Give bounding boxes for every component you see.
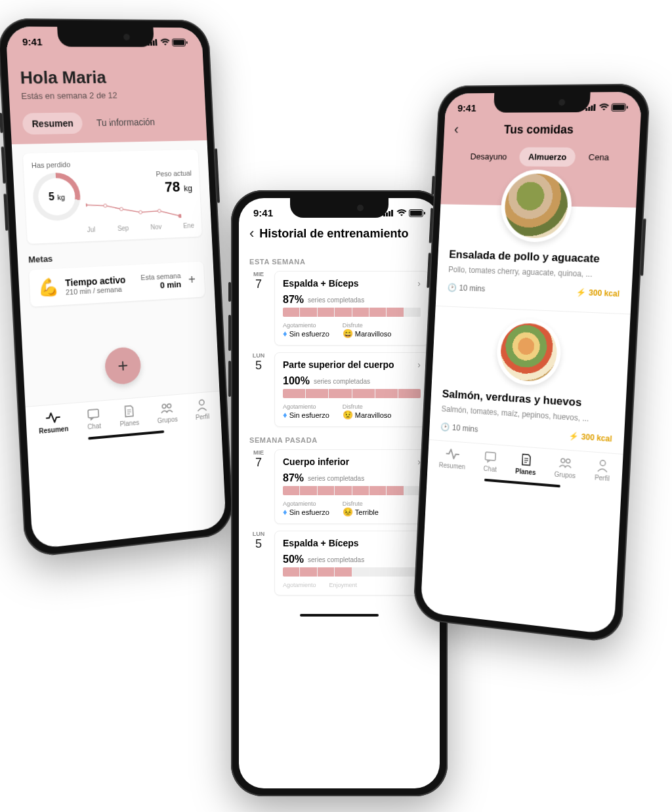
progress-bar — [283, 308, 421, 317]
nav-plans[interactable]: Planes — [515, 452, 537, 476]
svg-rect-5 — [173, 39, 184, 45]
greeting-subtitle: Estás en semana 2 de 12 — [21, 90, 194, 102]
svg-point-12 — [178, 214, 181, 218]
svg-point-8 — [104, 204, 107, 207]
fab-add-button[interactable]: + — [104, 346, 142, 386]
profile-icon — [195, 397, 209, 413]
flame-icon: ♦ — [283, 410, 287, 420]
bolt-icon: ⚡ — [569, 432, 579, 441]
tab-breakfast[interactable]: Desayuno — [461, 147, 516, 166]
groups-icon — [558, 455, 573, 471]
progress-bar — [283, 486, 421, 495]
add-goal-icon[interactable]: + — [187, 272, 198, 287]
nav-chat[interactable]: Chat — [86, 407, 101, 431]
workout-card[interactable]: Cuerpo inferior› 87%series completadas A… — [274, 449, 429, 524]
workout-row: MIE7 Cuerpo inferior› 87%series completa… — [249, 449, 429, 524]
nav-chat[interactable]: Chat — [483, 449, 498, 473]
activity-icon — [45, 410, 60, 426]
phone-meals: 9:41 ‹ Tus comidas Desayuno Almuerzo Cen… — [413, 83, 650, 643]
weight-sparkline — [86, 199, 182, 222]
svg-point-10 — [139, 211, 142, 214]
svg-point-40 — [600, 460, 605, 466]
workout-card[interactable]: Parte superior del cuerpo› 100%series co… — [274, 352, 429, 427]
activity-icon — [446, 447, 460, 462]
meal-card[interactable]: Ensalada de pollo y aguacate Pollo, toma… — [447, 248, 621, 304]
svg-rect-27 — [585, 108, 587, 111]
svg-point-18 — [167, 404, 171, 408]
bolt-icon: ⚡ — [576, 288, 587, 298]
emoji-icon: 😄 — [343, 329, 353, 338]
progress-bar — [283, 389, 421, 398]
clock-icon: 🕑 — [440, 422, 450, 432]
nav-groups[interactable]: Grupos — [554, 455, 576, 479]
phone-summary: 9:41 Hola Maria Estás en semana 2 de 12 … — [0, 18, 234, 558]
goal-card[interactable]: 💪 Tiempo activo 210 min / semana Esta se… — [29, 262, 205, 307]
workout-row: LUN5 Parte superior del cuerpo› 100%seri… — [249, 352, 429, 427]
emoji-icon: 😟 — [343, 410, 353, 420]
flex-arm-icon: 💪 — [37, 277, 60, 298]
status-icons — [585, 103, 628, 112]
tab-your-info[interactable]: Tu información — [87, 112, 165, 134]
section-last-week: SEMANA PASADA — [249, 436, 429, 444]
workout-card[interactable]: Espalda + Bíceps› 50%series completadas … — [274, 531, 429, 596]
back-icon[interactable]: ‹ — [249, 225, 254, 242]
status-time: 9:41 — [457, 102, 476, 113]
back-icon[interactable]: ‹ — [453, 121, 459, 138]
svg-rect-25 — [410, 211, 422, 216]
svg-point-9 — [119, 207, 123, 211]
phone-history: 9:41 ‹ Historial de entrenamiento ESTA S… — [231, 190, 448, 796]
progress-bar — [283, 567, 421, 577]
svg-point-11 — [158, 209, 161, 213]
workout-card[interactable]: Espalda + Bíceps› 87%series completadas … — [274, 271, 429, 346]
meal-card[interactable]: Salmón, verduras y huevos Salmón, tomate… — [440, 315, 618, 449]
emoji-icon: 😣 — [343, 507, 353, 517]
svg-rect-22 — [388, 211, 390, 216]
svg-rect-28 — [588, 107, 590, 111]
goals-heading: Metas — [28, 247, 203, 265]
chevron-right-icon: › — [417, 278, 421, 289]
workout-row: LUN5 Espalda + Bíceps› 50%series complet… — [249, 531, 429, 596]
section-this-week: ESTA SEMANA — [249, 258, 429, 266]
workout-row: MIE7 Espalda + Bíceps› 87%series complet… — [249, 271, 429, 346]
status-time: 9:41 — [22, 36, 43, 47]
progress-ring: 5 kg — [32, 172, 82, 221]
svg-rect-32 — [612, 104, 625, 110]
nav-plans[interactable]: Planes — [119, 403, 139, 428]
chat-icon — [484, 449, 498, 464]
flame-icon: ♦ — [283, 507, 287, 517]
status-icons — [148, 38, 188, 46]
tab-lunch[interactable]: Almuerzo — [519, 148, 576, 167]
flame-icon: ♦ — [283, 329, 287, 338]
chat-icon — [86, 407, 101, 422]
svg-point-39 — [566, 459, 570, 464]
lost-label: Has perdido — [32, 157, 192, 169]
document-icon — [121, 403, 136, 419]
svg-point-38 — [561, 458, 565, 462]
nav-summary[interactable]: Resumen — [38, 409, 69, 435]
svg-rect-26 — [424, 212, 425, 214]
nav-profile[interactable]: Perfil — [194, 397, 209, 421]
status-time: 9:41 — [253, 207, 273, 218]
home-indicator[interactable] — [300, 614, 379, 617]
svg-rect-34 — [486, 452, 496, 460]
nav-summary[interactable]: Resumen — [439, 446, 467, 470]
clock-icon: 🕑 — [448, 283, 457, 292]
document-icon — [518, 452, 533, 468]
nav-profile[interactable]: Perfil — [595, 458, 611, 482]
weight-card[interactable]: Has perdido 5 kg Peso actual 78 kg Jul — [23, 150, 202, 244]
svg-rect-23 — [391, 210, 393, 216]
meal-image[interactable] — [495, 318, 562, 387]
svg-point-7 — [86, 203, 88, 207]
svg-rect-13 — [88, 409, 98, 418]
page-title: Historial de entrenamiento — [259, 227, 429, 241]
tab-summary[interactable]: Resumen — [22, 112, 83, 134]
profile-icon — [595, 458, 610, 474]
svg-rect-30 — [593, 104, 596, 111]
tab-dinner[interactable]: Cena — [579, 148, 619, 167]
svg-rect-3 — [155, 39, 157, 46]
nav-groups[interactable]: Grupos — [156, 400, 178, 424]
svg-rect-29 — [591, 106, 593, 111]
svg-rect-6 — [186, 41, 188, 43]
greeting: Hola Maria — [20, 67, 194, 88]
svg-rect-2 — [153, 41, 155, 46]
